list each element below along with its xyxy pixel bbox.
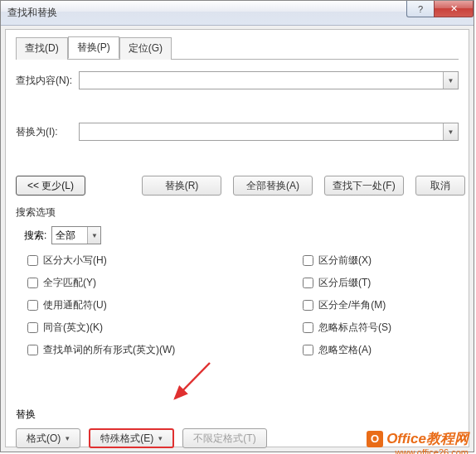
replace-combo[interactable]: ▼ <box>79 123 459 141</box>
find-row: 查找内容(N): ▼ <box>16 71 459 89</box>
watermark-logo-icon: O <box>367 431 383 447</box>
check-ignore-space[interactable]: 忽略空格(A) <box>299 342 459 358</box>
replace-format-heading: 替换 <box>16 408 459 422</box>
watermark-url: www.office26.com <box>396 447 469 454</box>
watermark-brand: Office教程网 <box>386 429 469 448</box>
no-formatting-button[interactable]: 不限定格式(T) <box>182 428 266 448</box>
replace-button[interactable]: 替换(R) <box>142 176 221 196</box>
check-all-forms[interactable]: 查找单词的所有形式(英文)(W) <box>24 342 183 358</box>
search-options-heading: 搜索选项 <box>16 205 459 220</box>
checkbox[interactable] <box>303 278 313 288</box>
search-direction-row: 搜索: 全部 ▼ <box>16 226 459 244</box>
search-direction-value: 全部 <box>52 227 87 244</box>
find-input[interactable] <box>80 72 443 89</box>
check-full-half[interactable]: 区分全/半角(M) <box>299 297 459 313</box>
dialog-window: 查找和替换 ? ✕ 查找(D) 替换(P) 定位(G) 查找内容(N): ▼ 替… <box>0 0 474 452</box>
replace-all-button[interactable]: 全部替换(A) <box>233 176 313 196</box>
checkbox[interactable] <box>303 255 313 266</box>
checkbox-right-col: 区分前缀(X) 区分后缀(T) 区分全/半角(M) 忽略标点符号(S) 忽略空格… <box>183 253 459 365</box>
find-next-button[interactable]: 查找下一处(F) <box>324 176 404 196</box>
help-button[interactable]: ? <box>406 1 435 17</box>
check-suffix[interactable]: 区分后缀(T) <box>299 275 459 291</box>
check-sounds-like[interactable]: 同音(英文)(K) <box>24 320 183 336</box>
titlebar: 查找和替换 ? ✕ <box>1 1 474 26</box>
search-direction-combo[interactable]: 全部 ▼ <box>51 226 101 244</box>
window-controls: ? ✕ <box>407 1 474 17</box>
find-dropdown-icon[interactable]: ▼ <box>443 72 458 89</box>
tab-strip: 查找(D) 替换(P) 定位(G) <box>16 36 459 60</box>
replace-dropdown-icon[interactable]: ▼ <box>443 123 458 140</box>
find-combo[interactable]: ▼ <box>79 71 459 89</box>
cancel-button[interactable]: 取消 <box>415 176 465 196</box>
window-title: 查找和替换 <box>7 6 57 20</box>
find-label: 查找内容(N): <box>16 74 79 88</box>
checkbox[interactable] <box>27 345 38 355</box>
action-buttons: << 更少(L) 替换(R) 全部替换(A) 查找下一处(F) 取消 <box>16 174 459 196</box>
less-button[interactable]: << 更少(L) <box>16 176 85 196</box>
checkbox-grid: 区分大小写(H) 全字匹配(Y) 使用通配符(U) 同音(英文)(K) 查找单词… <box>16 253 459 365</box>
replace-input[interactable] <box>80 123 443 140</box>
replace-row: 替换为(I): ▼ <box>16 123 459 141</box>
special-format-button[interactable]: 特殊格式(E) <box>89 428 174 448</box>
close-button[interactable]: ✕ <box>434 1 474 17</box>
checkbox[interactable] <box>27 300 38 311</box>
checkbox[interactable] <box>303 300 313 311</box>
checkbox[interactable] <box>303 345 313 355</box>
tab-replace[interactable]: 替换(P) <box>68 36 119 59</box>
format-button[interactable]: 格式(O) <box>16 428 80 448</box>
check-prefix[interactable]: 区分前缀(X) <box>299 253 459 268</box>
checkbox[interactable] <box>27 322 38 333</box>
check-wildcards[interactable]: 使用通配符(U) <box>24 297 183 313</box>
tab-goto[interactable]: 定位(G) <box>119 37 172 60</box>
checkbox[interactable] <box>27 278 38 288</box>
chevron-down-icon[interactable]: ▼ <box>87 227 100 244</box>
check-ignore-punct[interactable]: 忽略标点符号(S) <box>299 320 459 336</box>
search-direction-label: 搜索: <box>24 229 46 243</box>
checkbox[interactable] <box>303 322 313 333</box>
check-match-case[interactable]: 区分大小写(H) <box>24 253 183 268</box>
dialog-content: 查找(D) 替换(P) 定位(G) 查找内容(N): ▼ 替换为(I): ▼ <… <box>5 29 469 447</box>
watermark: O Office教程网 www.office26.com <box>367 429 469 448</box>
tab-find[interactable]: 查找(D) <box>16 37 68 60</box>
check-whole-word[interactable]: 全字匹配(Y) <box>24 275 183 291</box>
replace-label: 替换为(I): <box>16 125 79 139</box>
checkbox-left-col: 区分大小写(H) 全字匹配(Y) 使用通配符(U) 同音(英文)(K) 查找单词… <box>24 253 183 365</box>
checkbox[interactable] <box>27 255 38 266</box>
